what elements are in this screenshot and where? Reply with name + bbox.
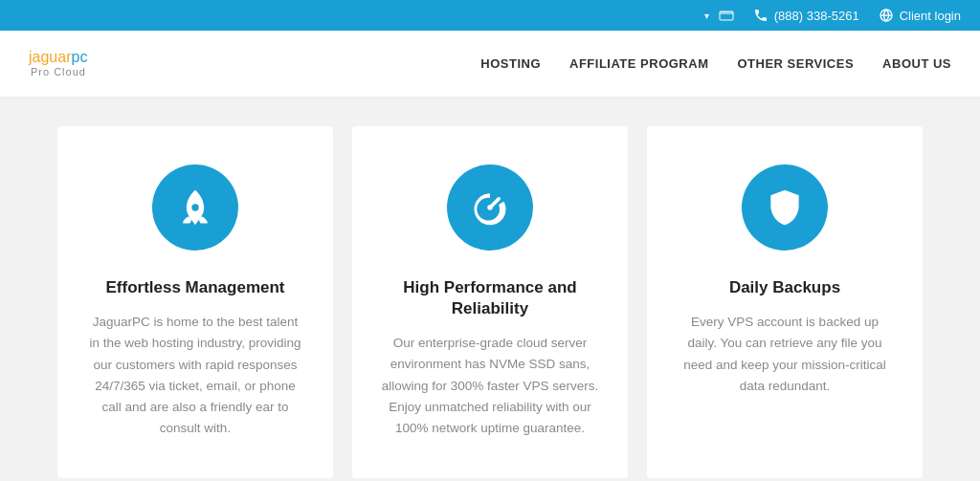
rocket-icon (174, 186, 216, 229)
card-management: Effortless Management JaguarPC is home t… (57, 126, 333, 478)
phone-text: (888) 338-5261 (774, 9, 859, 23)
phone-number[interactable]: (888) 338-5261 (753, 8, 859, 23)
logo-jaguar: jaguar (29, 49, 71, 65)
main-nav: HOSTING AFFILIATE PROGRAM OTHER SERVICES… (480, 56, 951, 71)
nav-about-us[interactable]: ABOUT US (882, 56, 951, 71)
backups-icon-circle (742, 164, 828, 251)
performance-icon-circle (447, 164, 533, 251)
management-icon-circle (152, 164, 238, 251)
performance-desc: Our enterprise-grade cloud server enviro… (381, 333, 599, 439)
logo[interactable]: jaguarpc Pro Cloud (29, 50, 87, 77)
nav-other-services[interactable]: OTHER SERVICES (737, 56, 854, 71)
language-selector[interactable]: ▾ (704, 8, 734, 23)
phone-icon (753, 8, 768, 23)
logo-pc: pc (71, 49, 87, 65)
performance-title: High Performance and Reliability (381, 277, 599, 319)
card-backups: Daily Backups Every VPS account is backe… (647, 126, 923, 478)
shield-check-icon (764, 186, 806, 229)
globe-icon (879, 8, 894, 23)
header: jaguarpc Pro Cloud HOSTING AFFILIATE PRO… (0, 31, 980, 98)
top-bar: ▾ (888) 338-5261 Client login (0, 0, 980, 31)
backups-title: Daily Backups (729, 277, 840, 298)
svg-point-5 (487, 205, 493, 210)
flag-icon (719, 8, 734, 23)
svg-rect-1 (720, 11, 733, 14)
client-login-button[interactable]: Client login (879, 8, 961, 23)
client-login-text: Client login (900, 9, 961, 23)
management-title: Effortless Management (105, 277, 284, 298)
logo-tagline: Pro Cloud (31, 67, 87, 77)
nav-affiliate[interactable]: AFFILIATE PROGRAM (569, 56, 708, 71)
nav-hosting[interactable]: HOSTING (480, 56, 541, 71)
management-desc: JaguarPC is home to the best talent in t… (86, 312, 304, 440)
card-performance: High Performance and Reliability Our ent… (352, 126, 628, 478)
backups-desc: Every VPS account is backed up daily. Yo… (676, 312, 894, 397)
main-content: Effortless Management JaguarPC is home t… (0, 98, 980, 481)
speedometer-icon (469, 186, 511, 229)
dropdown-arrow-icon: ▾ (704, 11, 709, 21)
